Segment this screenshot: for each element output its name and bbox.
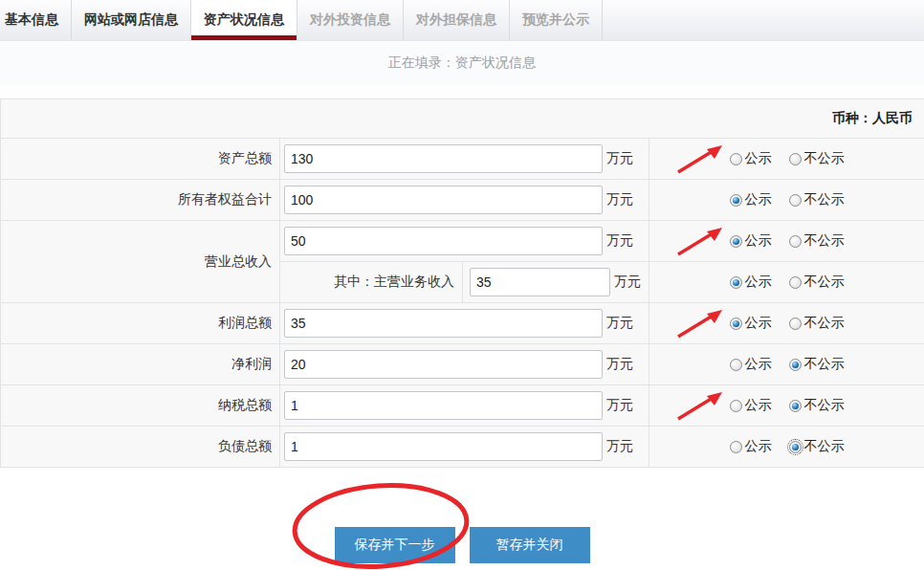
- total-profit-input[interactable]: [284, 309, 603, 338]
- save-and-next-button[interactable]: 保存并下一步: [335, 527, 455, 563]
- radio-private[interactable]: [789, 441, 802, 453]
- field-label-total-profit: 利润总额: [1, 303, 280, 344]
- radio-public-label[interactable]: 公示: [745, 397, 772, 414]
- net-profit-input[interactable]: [284, 350, 603, 379]
- radio-public-label[interactable]: 公示: [745, 150, 772, 167]
- publicity-cell: 公示 不公示: [649, 344, 924, 385]
- radio-public-label[interactable]: 公示: [745, 274, 772, 291]
- table-header-row: 币种：人民币: [1, 99, 924, 139]
- publicity-cell: 公示 不公示: [649, 385, 924, 427]
- publicity-cell: 公示 不公示: [649, 303, 924, 344]
- unit-label: 万元: [606, 150, 633, 167]
- publicity-cell: 公示 不公示: [649, 139, 924, 180]
- total-assets-input[interactable]: [284, 144, 603, 173]
- unit-label: 万元: [606, 315, 633, 332]
- unit-label: 万元: [606, 397, 633, 414]
- publicity-radio-group: 公示 不公示: [649, 180, 924, 220]
- radio-public[interactable]: [730, 441, 742, 453]
- field-label-main-business-income: 其中：主营业务收入: [280, 262, 463, 302]
- radio-public[interactable]: [730, 318, 742, 330]
- publicity-cell: 公示 不公示: [649, 262, 924, 303]
- table-row: 营业总收入 万元 公示 不公示: [1, 221, 924, 262]
- radio-public[interactable]: [730, 359, 742, 371]
- table-row: 负债总额 万元 公示 不公示: [1, 427, 924, 468]
- unit-label: 万元: [606, 438, 633, 455]
- publicity-radio-group: 公示 不公示: [649, 262, 924, 302]
- radio-public-label[interactable]: 公示: [745, 191, 772, 208]
- unit-label: 万元: [606, 191, 633, 208]
- total-revenue-input[interactable]: [284, 227, 603, 255]
- tab-asset-status-info[interactable]: 资产状况信息: [191, 0, 297, 40]
- subtitle-bar: 正在填录：资产状况信息: [0, 41, 924, 85]
- current-section-text: 正在填录：资产状况信息: [388, 55, 536, 72]
- asset-form-table: 币种：人民币 资产总额 万元 公示 不公示 所有者权益合计 万元: [0, 99, 924, 468]
- radio-private[interactable]: [789, 276, 802, 289]
- radio-public[interactable]: [730, 400, 742, 412]
- table-row: 净利润 万元 公示 不公示: [1, 344, 924, 385]
- radio-public[interactable]: [730, 194, 742, 207]
- tab-external-investment-info: 对外投资信息: [297, 0, 404, 40]
- publicity-radio-group: 公示 不公示: [649, 385, 924, 426]
- radio-private-label[interactable]: 不公示: [804, 191, 845, 208]
- unit-label: 万元: [606, 232, 633, 250]
- publicity-cell: 公示 不公示: [649, 221, 924, 262]
- owner-equity-input[interactable]: [284, 186, 603, 214]
- unit-label: 万元: [606, 356, 633, 373]
- radio-private[interactable]: [789, 194, 802, 207]
- currency-header: 币种：人民币: [1, 99, 924, 139]
- publicity-radio-group: 公示 不公示: [649, 221, 924, 261]
- main-business-income-input[interactable]: [470, 268, 610, 296]
- publicity-cell: 公示 不公示: [649, 180, 924, 221]
- radio-private[interactable]: [789, 400, 802, 412]
- field-label-total-assets: 资产总额: [1, 139, 280, 180]
- radio-private[interactable]: [789, 235, 802, 248]
- radio-public[interactable]: [730, 276, 742, 289]
- radio-public[interactable]: [730, 235, 742, 248]
- field-label-total-liabilities: 负债总额: [1, 427, 280, 468]
- tab-website-info[interactable]: 网站或网店信息: [72, 0, 191, 40]
- table-row: 所有者权益合计 万元 公示 不公示: [1, 180, 924, 221]
- radio-private[interactable]: [789, 318, 802, 330]
- table-row: 纳税总额 万元 公示 不公示: [1, 385, 924, 427]
- tab-bar: 基本信息 网站或网店信息 资产状况信息 对外投资信息 对外担保信息 预览并公示: [0, 0, 924, 41]
- publicity-radio-group: 公示 不公示: [649, 427, 924, 467]
- publicity-radio-group: 公示 不公示: [649, 303, 924, 343]
- radio-private[interactable]: [789, 359, 802, 371]
- radio-private-label[interactable]: 不公示: [804, 150, 845, 167]
- field-label-owner-equity: 所有者权益合计: [1, 180, 280, 221]
- total-tax-input[interactable]: [284, 391, 603, 420]
- radio-public-label[interactable]: 公示: [745, 438, 772, 455]
- radio-public[interactable]: [730, 153, 742, 165]
- radio-public-label[interactable]: 公示: [745, 315, 772, 332]
- radio-private[interactable]: [789, 153, 802, 165]
- action-button-row: 保存并下一步 暂存并关闭: [0, 527, 924, 563]
- radio-private-label[interactable]: 不公示: [804, 274, 845, 291]
- field-label-total-tax: 纳税总额: [1, 385, 280, 427]
- save-and-close-button[interactable]: 暂存并关闭: [470, 527, 590, 563]
- field-label-net-profit: 净利润: [1, 344, 280, 385]
- radio-private-label[interactable]: 不公示: [804, 232, 845, 250]
- publicity-radio-group: 公示 不公示: [649, 139, 924, 179]
- tab-preview-publicize: 预览并公示: [510, 0, 603, 40]
- radio-private-label[interactable]: 不公示: [804, 397, 845, 414]
- total-liabilities-input[interactable]: [284, 432, 603, 461]
- publicity-cell: 公示 不公示: [649, 427, 924, 468]
- table-row: 资产总额 万元 公示 不公示: [1, 139, 924, 180]
- table-row: 利润总额 万元 公示 不公示: [1, 303, 924, 344]
- tab-external-guarantee-info: 对外担保信息: [404, 0, 510, 40]
- radio-private-label[interactable]: 不公示: [804, 438, 845, 455]
- radio-public-label[interactable]: 公示: [745, 232, 772, 250]
- publicity-radio-group: 公示 不公示: [649, 344, 924, 384]
- radio-public-label[interactable]: 公示: [745, 356, 772, 373]
- unit-label: 万元: [614, 274, 641, 291]
- field-label-total-revenue: 营业总收入: [1, 221, 280, 303]
- radio-private-label[interactable]: 不公示: [804, 315, 845, 332]
- tab-basic-info[interactable]: 基本信息: [0, 0, 72, 40]
- radio-private-label[interactable]: 不公示: [804, 356, 845, 373]
